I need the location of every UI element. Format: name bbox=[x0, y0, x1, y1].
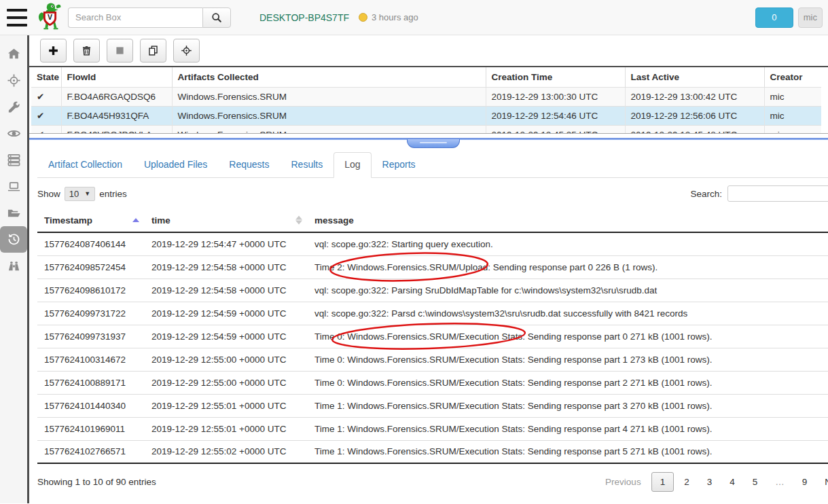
artifacts-cell: Windows.Forensics.SRUM bbox=[172, 125, 486, 134]
log-row[interactable]: 15776240997317222019-12-29 12:54:59 +000… bbox=[37, 302, 828, 325]
laptop-icon bbox=[7, 179, 21, 194]
main-content: StateFlowIdArtifacts CollectedCreation T… bbox=[29, 35, 828, 503]
log-row[interactable]: 15776241008891712019-12-29 12:55:00 +000… bbox=[37, 371, 828, 394]
entries-summary: Showing 1 to 10 of 90 entries bbox=[37, 477, 156, 487]
sidebar-item-folder-open[interactable] bbox=[0, 200, 27, 226]
sidebar-item-wrench[interactable] bbox=[0, 94, 27, 120]
notifications-button[interactable]: 0 bbox=[755, 7, 793, 28]
sidebar-item-eye[interactable] bbox=[0, 120, 27, 147]
menu-icon[interactable] bbox=[7, 9, 27, 26]
tab-log[interactable]: Log bbox=[334, 152, 371, 178]
stop-flow-button[interactable] bbox=[107, 39, 133, 62]
log-timestamp-cell: 1577624098610172 bbox=[37, 278, 145, 302]
flows-table: StateFlowIdArtifacts CollectedCreation T… bbox=[31, 67, 821, 134]
global-search bbox=[68, 7, 231, 28]
new-collection-button[interactable] bbox=[40, 39, 67, 62]
delete-flow-button[interactable] bbox=[73, 39, 100, 62]
log-header-row: Timestamptimemessage bbox=[37, 209, 828, 232]
log-time-cell: 2019-12-29 12:55:02 +0000 UTC bbox=[145, 440, 308, 463]
tab-requests[interactable]: Requests bbox=[218, 152, 280, 178]
page-length-select[interactable]: 10▼ bbox=[65, 187, 95, 201]
tab-artifact-collection[interactable]: Artifact Collection bbox=[37, 152, 133, 178]
page-4[interactable]: 4 bbox=[722, 473, 742, 491]
creation-time-cell: 2019-12-29 13:00:30 UTC bbox=[486, 87, 625, 106]
page-2[interactable]: 2 bbox=[677, 473, 697, 491]
splitter-drag-handle[interactable] bbox=[407, 139, 460, 148]
flows-table-panel: StateFlowIdArtifacts CollectedCreation T… bbox=[29, 66, 828, 134]
page-previous[interactable]: Previous bbox=[598, 473, 649, 491]
client-hostname-link[interactable]: DESKTOP-BP4S7TF bbox=[259, 12, 349, 23]
entries-label: entries bbox=[99, 189, 127, 199]
log-timestamp-cell: 1577624101440340 bbox=[37, 394, 145, 417]
panel-splitter bbox=[29, 134, 828, 143]
page-5[interactable]: 5 bbox=[745, 473, 766, 491]
log-column-header-message[interactable]: message bbox=[308, 209, 828, 232]
velociraptor-logo[interactable]: V bbox=[35, 2, 64, 33]
log-column-header-time[interactable]: time bbox=[145, 209, 308, 232]
flows-column-header[interactable]: State bbox=[31, 67, 61, 87]
log-message-cell: Time 0: Windows.Forensics.SRUM/Execution… bbox=[308, 371, 828, 394]
tab-results[interactable]: Results bbox=[280, 152, 334, 178]
log-message-cell: Time 1: Windows.Forensics.SRUM/Execution… bbox=[308, 440, 828, 463]
binoculars-icon bbox=[7, 259, 21, 273]
log-timestamp-cell: 1577624100889171 bbox=[37, 371, 145, 394]
folder-open-icon bbox=[7, 206, 21, 220]
log-row[interactable]: 15776241027665712019-12-29 12:55:02 +000… bbox=[37, 440, 828, 463]
page-1[interactable]: 1 bbox=[651, 472, 674, 492]
log-search-input[interactable] bbox=[727, 185, 828, 202]
flows-column-header[interactable]: Creator bbox=[764, 67, 821, 87]
log-row[interactable]: 15776240997319372019-12-29 12:54:59 +000… bbox=[37, 325, 828, 348]
last-active-cell: 2019-12-29 12:56:06 UTC bbox=[625, 106, 764, 125]
log-row[interactable]: 15776241003146722019-12-29 12:55:00 +000… bbox=[37, 348, 828, 371]
log-table: Timestamptimemessage 1577624087406144201… bbox=[37, 209, 828, 464]
tab-reports[interactable]: Reports bbox=[372, 152, 427, 178]
sidebar-item-server-stack[interactable] bbox=[0, 147, 27, 173]
flow-row[interactable]: ✔F.BO4A45H931QFAWindows.Forensics.SRUM20… bbox=[31, 106, 821, 125]
sidebar-item-binoculars[interactable] bbox=[0, 253, 27, 279]
page-next[interactable]: Next bbox=[817, 473, 828, 491]
sidebar-item-crosshair[interactable] bbox=[0, 67, 27, 94]
log-message-cell: Time 0: Windows.Forensics.SRUM/Execution… bbox=[308, 348, 828, 371]
flows-column-header[interactable]: Last Active bbox=[625, 67, 764, 87]
flow-row[interactable]: ✔F.BO49VROJPCVLAWindows.Forensics.SRUM20… bbox=[31, 125, 821, 134]
top-navbar: V DESKTOP-BP4S7TF 3 hours ago 0 mic bbox=[0, 0, 828, 35]
target-flow-button[interactable] bbox=[173, 39, 200, 62]
sidebar-item-home[interactable] bbox=[0, 41, 27, 67]
copy-flow-button[interactable] bbox=[140, 39, 166, 62]
flows-column-header[interactable]: FlowId bbox=[61, 67, 172, 87]
page-9[interactable]: 9 bbox=[795, 473, 815, 491]
creator-cell: mic bbox=[764, 125, 821, 134]
sidebar-item-laptop[interactable] bbox=[0, 173, 27, 200]
sort-asc-icon bbox=[132, 218, 139, 222]
log-column-header-Timestamp[interactable]: Timestamp bbox=[37, 209, 145, 232]
log-row[interactable]: 15776240985724542019-12-29 12:54:58 +000… bbox=[37, 255, 828, 278]
search-button[interactable] bbox=[202, 7, 231, 28]
user-menu-button[interactable]: mic bbox=[798, 7, 823, 28]
flows-column-header[interactable]: Creation Time bbox=[486, 67, 625, 87]
log-timestamp-cell: 1577624100314672 bbox=[37, 348, 145, 371]
show-label: Show bbox=[37, 189, 60, 199]
last-active-cell: 2019-12-29 12:45:48 UTC bbox=[625, 125, 764, 134]
page-ellipsis: … bbox=[768, 473, 792, 491]
sidebar-item-history[interactable] bbox=[0, 226, 27, 253]
flow-row[interactable]: ✔F.BO4A6RGAQDSQ6Windows.Forensics.SRUM20… bbox=[31, 87, 821, 106]
log-row[interactable]: 15776241014403402019-12-29 12:55:01 +000… bbox=[37, 394, 828, 417]
creation-time-cell: 2019-12-29 12:54:46 UTC bbox=[486, 106, 625, 125]
flow-state-check: ✔ bbox=[31, 125, 61, 134]
history-icon bbox=[7, 232, 21, 247]
log-row[interactable]: 15776241019690112019-12-29 12:55:01 +000… bbox=[37, 417, 828, 440]
page-3[interactable]: 3 bbox=[700, 473, 720, 491]
sort-both-icon bbox=[295, 216, 302, 225]
tab-uploaded-files[interactable]: Uploaded Files bbox=[133, 152, 218, 178]
client-last-seen: 3 hours ago bbox=[372, 12, 418, 22]
flows-column-header[interactable]: Artifacts Collected bbox=[172, 67, 486, 87]
log-timestamp-cell: 1577624099731722 bbox=[37, 302, 145, 325]
creation-time-cell: 2019-12-29 12:45:35 UTC bbox=[486, 125, 625, 134]
log-row[interactable]: 15776240874061442019-12-29 12:54:47 +000… bbox=[37, 232, 828, 255]
search-input[interactable] bbox=[68, 7, 202, 28]
artifacts-cell: Windows.Forensics.SRUM bbox=[172, 87, 486, 106]
copy-icon bbox=[147, 45, 159, 56]
log-message-cell: Time 0: Windows.Forensics.SRUM/Execution… bbox=[308, 325, 828, 348]
server-stack-icon bbox=[7, 153, 21, 167]
log-row[interactable]: 15776240986101722019-12-29 12:54:58 +000… bbox=[37, 278, 828, 302]
